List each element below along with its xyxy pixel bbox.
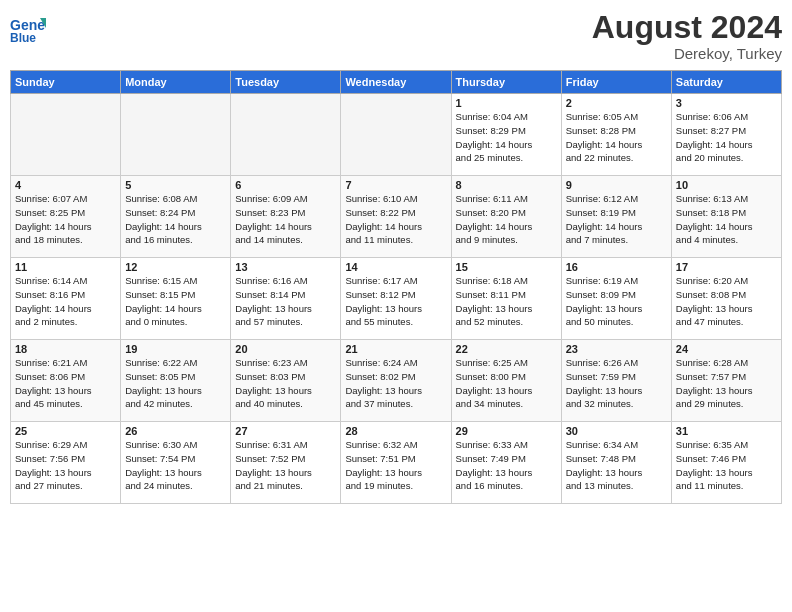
day-number: 21: [345, 343, 446, 355]
day-number: 19: [125, 343, 226, 355]
day-number: 13: [235, 261, 336, 273]
logo: General Blue: [10, 10, 50, 46]
title-block: August 2024 Derekoy, Turkey: [592, 10, 782, 62]
calendar-cell: 11Sunrise: 6:14 AM Sunset: 8:16 PM Dayli…: [11, 258, 121, 340]
calendar-cell: 10Sunrise: 6:13 AM Sunset: 8:18 PM Dayli…: [671, 176, 781, 258]
month-year: August 2024: [592, 10, 782, 45]
day-info: Sunrise: 6:13 AM Sunset: 8:18 PM Dayligh…: [676, 192, 777, 247]
day-info: Sunrise: 6:05 AM Sunset: 8:28 PM Dayligh…: [566, 110, 667, 165]
day-number: 10: [676, 179, 777, 191]
day-info: Sunrise: 6:33 AM Sunset: 7:49 PM Dayligh…: [456, 438, 557, 493]
col-thursday: Thursday: [451, 71, 561, 94]
day-info: Sunrise: 6:10 AM Sunset: 8:22 PM Dayligh…: [345, 192, 446, 247]
calendar-cell: 29Sunrise: 6:33 AM Sunset: 7:49 PM Dayli…: [451, 422, 561, 504]
day-info: Sunrise: 6:19 AM Sunset: 8:09 PM Dayligh…: [566, 274, 667, 329]
day-info: Sunrise: 6:17 AM Sunset: 8:12 PM Dayligh…: [345, 274, 446, 329]
day-number: 23: [566, 343, 667, 355]
day-number: 24: [676, 343, 777, 355]
day-info: Sunrise: 6:07 AM Sunset: 8:25 PM Dayligh…: [15, 192, 116, 247]
day-info: Sunrise: 6:12 AM Sunset: 8:19 PM Dayligh…: [566, 192, 667, 247]
day-info: Sunrise: 6:08 AM Sunset: 8:24 PM Dayligh…: [125, 192, 226, 247]
col-sunday: Sunday: [11, 71, 121, 94]
day-number: 18: [15, 343, 116, 355]
day-info: Sunrise: 6:18 AM Sunset: 8:11 PM Dayligh…: [456, 274, 557, 329]
calendar-cell: 4Sunrise: 6:07 AM Sunset: 8:25 PM Daylig…: [11, 176, 121, 258]
calendar-cell: [341, 94, 451, 176]
day-number: 15: [456, 261, 557, 273]
day-info: Sunrise: 6:16 AM Sunset: 8:14 PM Dayligh…: [235, 274, 336, 329]
day-info: Sunrise: 6:32 AM Sunset: 7:51 PM Dayligh…: [345, 438, 446, 493]
day-info: Sunrise: 6:28 AM Sunset: 7:57 PM Dayligh…: [676, 356, 777, 411]
day-info: Sunrise: 6:04 AM Sunset: 8:29 PM Dayligh…: [456, 110, 557, 165]
calendar-cell: 3Sunrise: 6:06 AM Sunset: 8:27 PM Daylig…: [671, 94, 781, 176]
calendar-cell: [231, 94, 341, 176]
calendar-cell: [121, 94, 231, 176]
day-number: 11: [15, 261, 116, 273]
calendar-cell: 19Sunrise: 6:22 AM Sunset: 8:05 PM Dayli…: [121, 340, 231, 422]
day-info: Sunrise: 6:35 AM Sunset: 7:46 PM Dayligh…: [676, 438, 777, 493]
day-info: Sunrise: 6:34 AM Sunset: 7:48 PM Dayligh…: [566, 438, 667, 493]
day-info: Sunrise: 6:31 AM Sunset: 7:52 PM Dayligh…: [235, 438, 336, 493]
week-row-2: 4Sunrise: 6:07 AM Sunset: 8:25 PM Daylig…: [11, 176, 782, 258]
calendar-cell: 13Sunrise: 6:16 AM Sunset: 8:14 PM Dayli…: [231, 258, 341, 340]
day-info: Sunrise: 6:20 AM Sunset: 8:08 PM Dayligh…: [676, 274, 777, 329]
calendar-cell: 16Sunrise: 6:19 AM Sunset: 8:09 PM Dayli…: [561, 258, 671, 340]
location: Derekoy, Turkey: [592, 45, 782, 62]
day-info: Sunrise: 6:14 AM Sunset: 8:16 PM Dayligh…: [15, 274, 116, 329]
day-info: Sunrise: 6:09 AM Sunset: 8:23 PM Dayligh…: [235, 192, 336, 247]
calendar-cell: 9Sunrise: 6:12 AM Sunset: 8:19 PM Daylig…: [561, 176, 671, 258]
day-info: Sunrise: 6:22 AM Sunset: 8:05 PM Dayligh…: [125, 356, 226, 411]
day-number: 9: [566, 179, 667, 191]
day-number: 1: [456, 97, 557, 109]
day-info: Sunrise: 6:23 AM Sunset: 8:03 PM Dayligh…: [235, 356, 336, 411]
day-number: 4: [15, 179, 116, 191]
calendar-cell: 23Sunrise: 6:26 AM Sunset: 7:59 PM Dayli…: [561, 340, 671, 422]
day-number: 29: [456, 425, 557, 437]
day-number: 2: [566, 97, 667, 109]
calendar-cell: 21Sunrise: 6:24 AM Sunset: 8:02 PM Dayli…: [341, 340, 451, 422]
day-info: Sunrise: 6:29 AM Sunset: 7:56 PM Dayligh…: [15, 438, 116, 493]
day-info: Sunrise: 6:15 AM Sunset: 8:15 PM Dayligh…: [125, 274, 226, 329]
calendar-cell: 26Sunrise: 6:30 AM Sunset: 7:54 PM Dayli…: [121, 422, 231, 504]
header-row: Sunday Monday Tuesday Wednesday Thursday…: [11, 71, 782, 94]
calendar-cell: 28Sunrise: 6:32 AM Sunset: 7:51 PM Dayli…: [341, 422, 451, 504]
week-row-1: 1Sunrise: 6:04 AM Sunset: 8:29 PM Daylig…: [11, 94, 782, 176]
calendar-cell: 12Sunrise: 6:15 AM Sunset: 8:15 PM Dayli…: [121, 258, 231, 340]
day-number: 20: [235, 343, 336, 355]
calendar-cell: 2Sunrise: 6:05 AM Sunset: 8:28 PM Daylig…: [561, 94, 671, 176]
calendar-cell: 8Sunrise: 6:11 AM Sunset: 8:20 PM Daylig…: [451, 176, 561, 258]
calendar-cell: 17Sunrise: 6:20 AM Sunset: 8:08 PM Dayli…: [671, 258, 781, 340]
day-number: 27: [235, 425, 336, 437]
calendar-cell: [11, 94, 121, 176]
col-monday: Monday: [121, 71, 231, 94]
svg-text:Blue: Blue: [10, 31, 36, 45]
calendar-cell: 25Sunrise: 6:29 AM Sunset: 7:56 PM Dayli…: [11, 422, 121, 504]
day-number: 26: [125, 425, 226, 437]
day-info: Sunrise: 6:11 AM Sunset: 8:20 PM Dayligh…: [456, 192, 557, 247]
day-info: Sunrise: 6:26 AM Sunset: 7:59 PM Dayligh…: [566, 356, 667, 411]
calendar-cell: 18Sunrise: 6:21 AM Sunset: 8:06 PM Dayli…: [11, 340, 121, 422]
calendar-cell: 27Sunrise: 6:31 AM Sunset: 7:52 PM Dayli…: [231, 422, 341, 504]
calendar-cell: 6Sunrise: 6:09 AM Sunset: 8:23 PM Daylig…: [231, 176, 341, 258]
day-number: 5: [125, 179, 226, 191]
calendar-table: Sunday Monday Tuesday Wednesday Thursday…: [10, 70, 782, 504]
day-number: 22: [456, 343, 557, 355]
week-row-5: 25Sunrise: 6:29 AM Sunset: 7:56 PM Dayli…: [11, 422, 782, 504]
day-number: 6: [235, 179, 336, 191]
calendar-cell: 1Sunrise: 6:04 AM Sunset: 8:29 PM Daylig…: [451, 94, 561, 176]
week-row-4: 18Sunrise: 6:21 AM Sunset: 8:06 PM Dayli…: [11, 340, 782, 422]
day-number: 30: [566, 425, 667, 437]
header: General Blue August 2024 Derekoy, Turkey: [10, 10, 782, 62]
day-number: 31: [676, 425, 777, 437]
day-number: 17: [676, 261, 777, 273]
calendar-cell: 5Sunrise: 6:08 AM Sunset: 8:24 PM Daylig…: [121, 176, 231, 258]
week-row-3: 11Sunrise: 6:14 AM Sunset: 8:16 PM Dayli…: [11, 258, 782, 340]
calendar-cell: 30Sunrise: 6:34 AM Sunset: 7:48 PM Dayli…: [561, 422, 671, 504]
calendar-cell: 15Sunrise: 6:18 AM Sunset: 8:11 PM Dayli…: [451, 258, 561, 340]
day-number: 14: [345, 261, 446, 273]
calendar-cell: 22Sunrise: 6:25 AM Sunset: 8:00 PM Dayli…: [451, 340, 561, 422]
day-info: Sunrise: 6:21 AM Sunset: 8:06 PM Dayligh…: [15, 356, 116, 411]
calendar-cell: 7Sunrise: 6:10 AM Sunset: 8:22 PM Daylig…: [341, 176, 451, 258]
day-info: Sunrise: 6:06 AM Sunset: 8:27 PM Dayligh…: [676, 110, 777, 165]
col-saturday: Saturday: [671, 71, 781, 94]
